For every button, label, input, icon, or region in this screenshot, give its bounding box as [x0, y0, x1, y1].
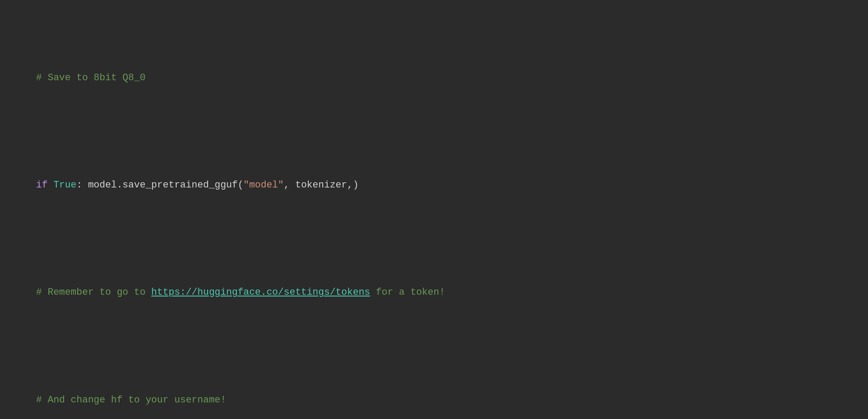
keyword-if: if	[36, 180, 48, 191]
comment-remember: # Remember to go to	[36, 287, 151, 298]
link-hf-tokens[interactable]: https://huggingface.co/settings/tokens	[151, 287, 370, 298]
code-text: : model.save_pretrained_gguf(	[76, 180, 243, 191]
space	[48, 180, 53, 191]
code-text: , tokenizer,)	[284, 180, 359, 191]
bool-true: True	[53, 180, 76, 191]
code-line-2: if True: model.save_pretrained_gguf("mod…	[13, 162, 855, 208]
comment-change-hf: # And change hf to your username!	[36, 395, 226, 405]
code-line-1: # Save to 8bit Q8_0	[13, 55, 855, 101]
code-editor: # Save to 8bit Q8_0 if True: model.save_…	[13, 9, 855, 419]
comment-for-token: for a token!	[370, 287, 445, 298]
code-line-4: # And change hf to your username!	[13, 377, 855, 419]
code-line-3: # Remember to go to https://huggingface.…	[13, 269, 855, 316]
comment-text: # Save to 8bit Q8_0	[36, 72, 146, 83]
string-model: "model"	[243, 180, 284, 191]
